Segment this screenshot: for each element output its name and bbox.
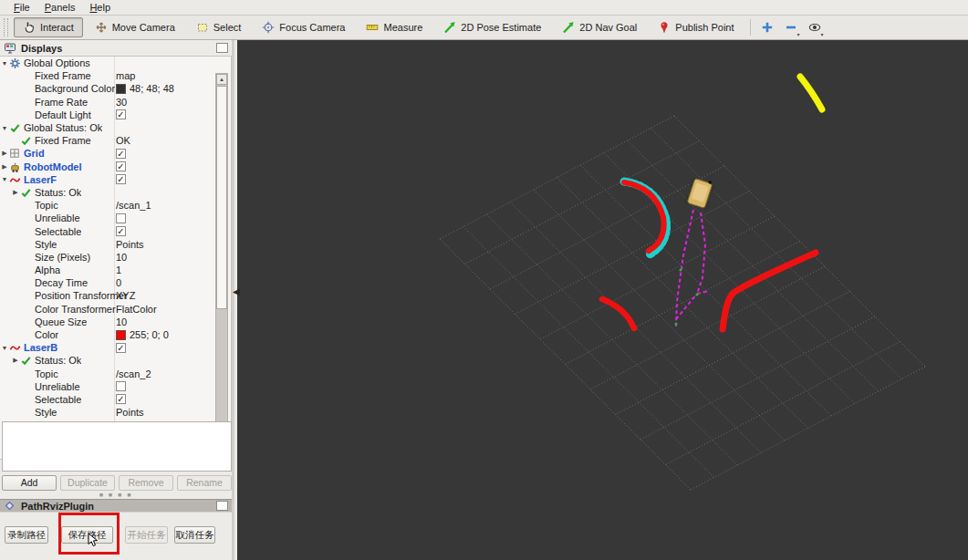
expander-arrow[interactable]: ▼ [0,125,9,131]
property-value[interactable]: ✓ [116,149,126,159]
displays-float-button[interactable] [216,43,228,53]
path-action-button[interactable]: 取消任务 [174,526,215,544]
property-checkbox[interactable]: ✓ [116,109,126,119]
tool-button[interactable]: Publish Point [649,17,743,37]
tool-button[interactable]: Interact [14,17,83,37]
tree-row[interactable]: ▶ RobotModel ✓ [0,161,231,173]
tree-row[interactable]: Topic /scan_1 [0,199,231,212]
expander-arrow[interactable]: ▼ [0,345,9,351]
tree-row[interactable]: Color 255; 0; 0 [0,328,231,341]
property-checkbox[interactable]: ✓ [116,343,126,353]
tool-extra-button[interactable] [757,18,777,36]
property-value[interactable]: ✓ [116,161,126,171]
property-value[interactable]: 1 [116,264,121,275]
property-value[interactable]: Points [116,407,144,418]
tree-row[interactable]: Style Points [0,238,231,251]
panel-collapse-arrow[interactable]: ◀ [233,286,240,296]
property-value[interactable]: ✓ [116,226,126,236]
tree-row[interactable]: Topic /scan_2 [0,368,231,380]
color-swatch[interactable] [116,84,126,94]
expander-arrow[interactable]: ▶ [0,163,9,171]
tool-button[interactable]: Focus Camera [253,17,354,37]
scrollbar-thumb[interactable] [216,86,227,309]
toolbar-drag-handle[interactable] [4,18,8,36]
expander-arrow[interactable]: ▶ [0,150,9,157]
tree-row[interactable]: Default Light ✓ [0,109,231,121]
property-value[interactable]: Points [116,239,144,250]
tree-row[interactable]: Color Transformer FlatColor [0,303,231,316]
panel-splitter-handle[interactable]: ■ ■ ■ ■ [0,492,232,498]
property-checkbox[interactable]: ✓ [116,394,126,404]
menu-item[interactable]: Help [82,1,118,15]
tree-row[interactable]: Position Transformer XYZ [0,289,231,302]
property-value[interactable]: /scan_1 [116,200,151,211]
expander-arrow[interactable]: ▼ [0,176,9,182]
property-checkbox[interactable] [116,381,126,391]
property-value[interactable]: 0 [116,277,121,288]
3d-viewport[interactable] [237,40,968,560]
color-swatch[interactable] [116,330,126,340]
property-checkbox[interactable] [116,213,126,223]
tool-button[interactable]: Measure [357,17,432,37]
menu-item[interactable]: File [6,1,37,15]
tool-extra-button[interactable]: ▾ [781,18,801,36]
tree-row[interactable]: Unreliable [0,380,231,393]
tree-row[interactable]: Style Points [0,406,231,419]
path-action-button[interactable]: 开始任务 [125,526,168,544]
tree-scrollbar[interactable]: ▲ ▼ [215,73,228,435]
tool-extra-button[interactable]: ▾ [805,18,825,36]
tree-row[interactable]: Fixed Frame map [0,69,231,82]
property-value[interactable]: ✓ [116,394,126,404]
property-value[interactable] [116,381,126,391]
tree-row[interactable]: ▼ Global Status: Ok [0,121,231,134]
tool-button[interactable]: 2D Pose Estimate [434,17,550,37]
property-value[interactable]: 10 [116,316,127,327]
property-checkbox[interactable]: ✓ [116,226,126,236]
property-value[interactable]: ✓ [116,109,126,119]
property-checkbox[interactable]: ✓ [116,174,126,184]
tool-button[interactable]: 2D Nav Goal [553,17,646,37]
property-value[interactable] [116,213,126,223]
tree-row[interactable]: ▶ Status: Ok [0,354,231,367]
property-value[interactable]: /scan_2 [116,368,151,379]
tree-row[interactable]: Decay Time 0 [0,276,231,289]
tree-row[interactable]: ▼ Global Options [0,57,231,69]
tree-row[interactable]: ▼ LaserF ✓ [0,173,231,186]
property-value[interactable]: ✓ [116,174,126,184]
tree-row[interactable]: Queue Size 10 [0,316,231,328]
tool-button[interactable]: Select [187,17,251,37]
property-value[interactable]: 48; 48; 48 [116,83,174,94]
property-value[interactable]: 30 [116,97,127,108]
scroll-up-button[interactable]: ▲ [216,74,227,85]
tree-row[interactable]: Frame Rate 30 [0,96,231,109]
tree-row[interactable]: Selectable ✓ [0,393,231,406]
expander-arrow[interactable]: ▼ [0,60,9,67]
tree-row[interactable]: Selectable ✓ [0,224,231,237]
tree-row[interactable]: Background Color 48; 48; 48 [0,82,231,95]
displays-action-button[interactable]: Duplicate [60,475,115,491]
property-value[interactable]: 255; 0; 0 [116,329,169,340]
displays-action-button[interactable]: Add [2,475,57,491]
property-checkbox[interactable]: ✓ [116,149,126,159]
tree-row[interactable]: ▶ Grid ✓ [0,147,231,160]
property-value[interactable]: FlatColor [116,304,157,315]
expander-arrow[interactable]: ▶ [11,357,20,364]
property-value[interactable]: OK [116,135,130,146]
property-value[interactable]: XYZ [116,290,135,301]
property-value[interactable]: 10 [116,252,127,263]
displays-action-button[interactable]: Remove [119,475,173,491]
path-action-button[interactable]: 录制路径 [5,526,48,544]
plugin-float-button[interactable] [216,501,228,511]
tree-row[interactable]: Alpha 1 [0,264,231,276]
tool-button[interactable]: Move Camera [86,17,184,37]
tree-row[interactable]: ▼ LaserB ✓ [0,341,231,354]
expander-arrow[interactable]: ▶ [11,189,20,196]
tree-row[interactable]: Fixed Frame OK [0,134,231,147]
menu-item[interactable]: Panels [37,1,83,15]
tree-row[interactable]: Size (Pixels) 10 [0,251,231,264]
displays-action-button[interactable]: Rename [177,475,232,491]
property-checkbox[interactable]: ✓ [116,161,126,171]
tree-row[interactable]: Unreliable [0,212,231,224]
property-value[interactable]: map [116,70,135,81]
property-value[interactable]: ✓ [116,343,126,353]
